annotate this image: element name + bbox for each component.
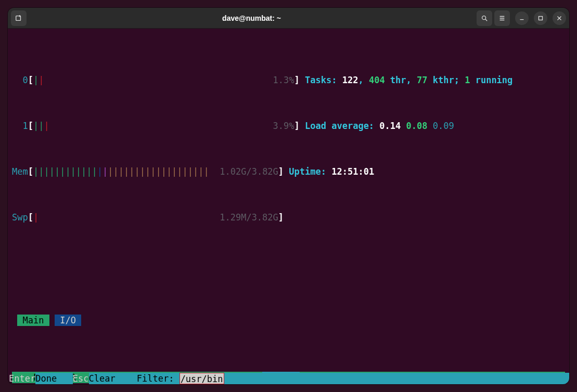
cpu0-meter: 0[|| 1.3%] Tasks: 122, 404 thr, 77 kthr;… <box>12 74 565 86</box>
svg-point-3 <box>482 16 486 19</box>
enter-key-hint: Enter <box>9 373 35 384</box>
tab-io[interactable]: I/O <box>55 315 81 326</box>
footer-bar: EnterDone EscClear Filter: /usr/bin <box>8 373 569 384</box>
tasks-label: Tasks: <box>305 74 342 86</box>
terminal-content[interactable]: 0[|| 1.3%] Tasks: 122, 404 thr, 77 kthr;… <box>8 29 569 384</box>
terminal-window: dave@numbat: ~ 0[|| 1.3%] Tasks: 122, 40… <box>8 8 569 384</box>
tab-bar: Main I/O <box>12 315 565 326</box>
esc-key-hint: Esc <box>73 373 89 384</box>
uptime-label: Uptime: <box>289 166 331 177</box>
close-button[interactable] <box>553 11 566 25</box>
hamburger-menu-button[interactable] <box>494 10 510 26</box>
cpu1-meter: 1[||| 3.9%] Load average: 0.14 0.08 0.09 <box>12 120 565 132</box>
svg-rect-9 <box>539 16 543 20</box>
filter-label: Filter: <box>131 373 179 384</box>
window-title: dave@numbat: ~ <box>29 12 475 24</box>
minimize-button[interactable] <box>515 11 529 25</box>
filter-input[interactable]: /usr/bin <box>179 373 224 384</box>
maximize-button[interactable] <box>534 11 547 25</box>
new-tab-button[interactable] <box>11 10 27 26</box>
tab-main[interactable]: Main <box>17 315 49 326</box>
load-label: Load average: <box>305 120 379 132</box>
done-button[interactable]: Done <box>35 373 73 384</box>
clear-button[interactable]: Clear <box>89 373 132 384</box>
swp-meter: Swp[| 1.29M/3.82G] <box>12 212 565 223</box>
svg-line-4 <box>485 19 488 21</box>
mem-meter: Mem[||||||||||||||||||||||||||||||||| 1.… <box>12 166 565 177</box>
titlebar: dave@numbat: ~ <box>8 8 569 29</box>
search-button[interactable] <box>477 10 492 26</box>
